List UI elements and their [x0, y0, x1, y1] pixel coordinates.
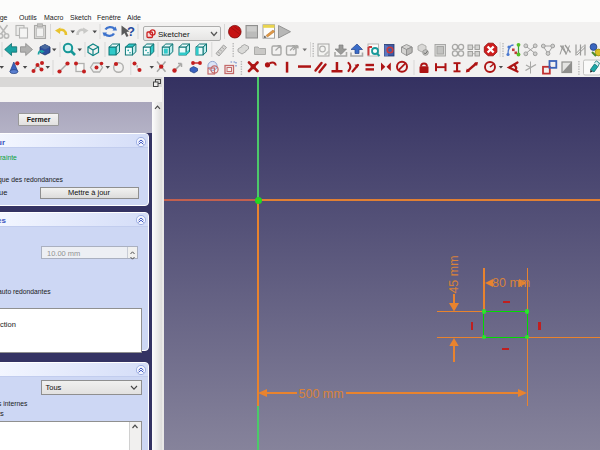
svg-text:?: ? — [127, 24, 135, 39]
